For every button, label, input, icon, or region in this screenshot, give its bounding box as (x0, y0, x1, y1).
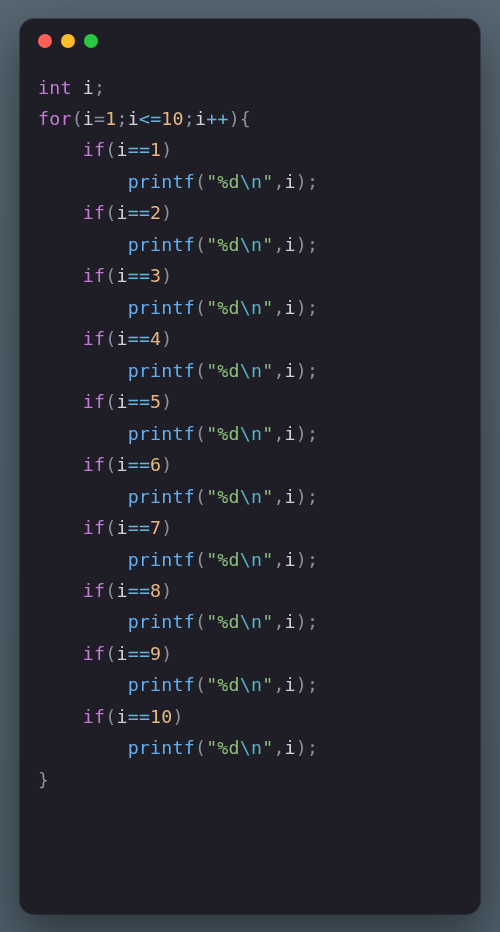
zoom-icon[interactable] (84, 34, 98, 48)
titlebar (20, 19, 480, 64)
code-area: int i; for(i=1;i<=10;i++){ if(i==1) prin… (20, 64, 480, 814)
minimize-icon[interactable] (61, 34, 75, 48)
code-window: int i; for(i=1;i<=10;i++){ if(i==1) prin… (20, 19, 480, 914)
close-icon[interactable] (38, 34, 52, 48)
